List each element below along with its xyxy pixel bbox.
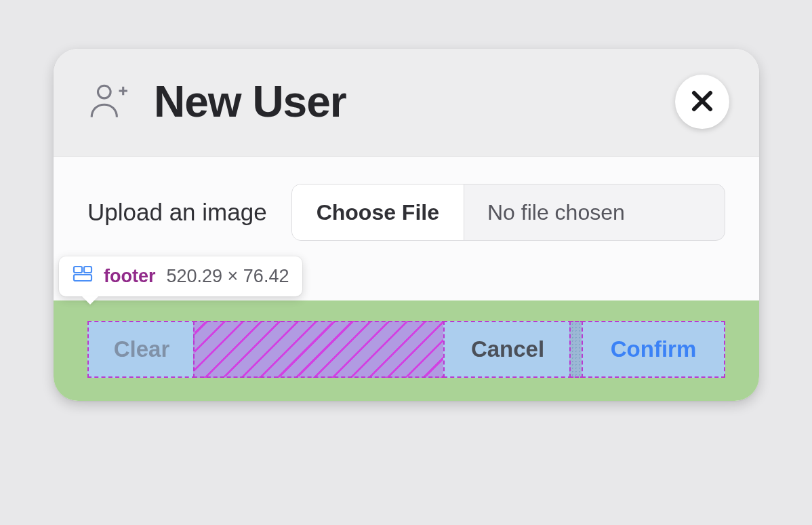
user-plus-icon [87,79,129,124]
devtools-tooltip: footer 520.29 × 76.42 [59,256,302,296]
close-button[interactable] [675,75,729,129]
footer-flex-container: Clear Cancel Confirm [87,321,725,378]
svg-rect-7 [74,275,92,281]
dialog-header: New User [54,49,759,157]
cancel-button[interactable]: Cancel [443,321,572,378]
svg-rect-5 [74,267,82,273]
file-input[interactable]: Choose File No file chosen [291,184,725,241]
tooltip-dimensions: 520.29 × 76.42 [167,266,289,287]
dialog-footer: Clear Cancel Confirm [54,300,759,401]
flex-spacer [193,321,446,378]
choose-file-button[interactable]: Choose File [292,184,464,240]
clear-button[interactable]: Clear [87,321,196,378]
file-status-text: No file chosen [464,184,725,240]
upload-row: Upload an image Choose File No file chos… [87,184,725,241]
flex-layout-icon [73,265,93,288]
close-icon [690,89,714,115]
tooltip-element-name: footer [104,266,156,287]
dialog-card: New User Upload an image Choose File No … [54,49,759,401]
svg-point-0 [98,85,111,98]
dialog-title: New User [154,77,346,127]
upload-label: Upload an image [87,199,267,226]
svg-rect-6 [84,267,92,273]
confirm-button[interactable]: Confirm [582,321,725,378]
